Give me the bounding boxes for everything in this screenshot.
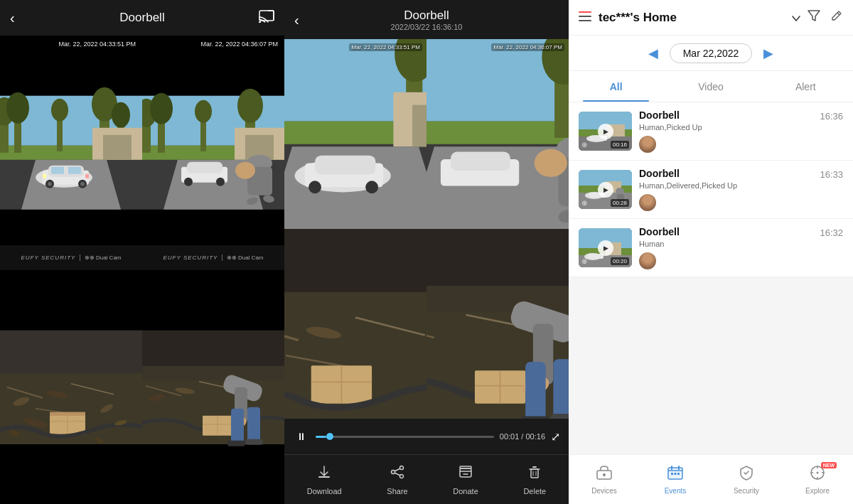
svg-point-188 — [603, 473, 606, 476]
svg-rect-46 — [187, 162, 222, 173]
svg-rect-87 — [245, 439, 263, 444]
donate-icon — [458, 464, 473, 484]
mid-video-grid: Mar. 22, 2022 04:33:51 PM — [284, 39, 569, 419]
tab-alert[interactable]: Alert — [758, 71, 853, 102]
event-tags-2: Human,Delivered,Picked Up — [639, 181, 812, 190]
left-header: ‹ Doorbell — [0, 0, 284, 36]
svg-rect-143 — [553, 359, 569, 419]
delete-button[interactable]: Delete — [523, 464, 546, 495]
video-cell-top-left[interactable]: Mar. 22, 2022 04:33:51 PM eufy SECURITY … — [0, 36, 142, 270]
filter-icon[interactable] — [808, 9, 820, 26]
event-title-2: Doorbell — [639, 168, 812, 179]
svg-rect-193 — [671, 473, 673, 475]
event-time-3: 16:32 — [820, 227, 843, 238]
svg-point-37 — [150, 93, 173, 124]
event-thumbnail-3: ▶ ⊕ 00:20 — [579, 228, 632, 267]
mid-header: ‹ Doorbell 2022/03/22 16:36:10 — [284, 0, 569, 39]
svg-rect-29 — [43, 174, 46, 178]
home-title: tec***'s Home — [599, 11, 785, 25]
mid-ts-tr: Mar. 22, 2022 04:36:07 PM — [491, 43, 564, 51]
devices-icon — [596, 465, 613, 485]
video-cell-bottom-left[interactable] — [0, 270, 142, 505]
event-thumbnail-2: ▶ ⊕ 00:28 — [579, 170, 632, 209]
left-panel: ‹ Doorbell — [0, 0, 284, 504]
progress-bar[interactable] — [316, 436, 494, 438]
download-button[interactable]: Download — [307, 464, 342, 495]
event-avatar-3 — [639, 252, 656, 269]
hamburger-icon[interactable] — [579, 11, 591, 23]
mid-video-br[interactable] — [426, 229, 569, 419]
event-item-2[interactable]: ▶ ⊕ 00:28 Doorbell Human,Delivered,Picke… — [569, 161, 853, 219]
event-avatar-1 — [639, 136, 656, 153]
donate-label: Donate — [453, 487, 478, 495]
mid-video-tl[interactable]: Mar. 22, 2022 04:33:51 PM — [284, 39, 426, 229]
svg-rect-86 — [227, 440, 245, 446]
svg-rect-84 — [231, 408, 244, 444]
event-title-3: Doorbell — [639, 226, 812, 237]
svg-line-151 — [395, 473, 400, 476]
donate-button[interactable]: Donate — [453, 464, 478, 495]
svg-rect-107 — [426, 122, 569, 144]
next-date-button[interactable]: ▶ — [763, 45, 773, 61]
svg-rect-114 — [451, 151, 510, 171]
play-icon-2: ▶ — [598, 182, 613, 198]
mid-video-bl[interactable] — [284, 229, 426, 419]
svg-rect-159 — [579, 11, 591, 13]
svg-rect-0 — [259, 11, 274, 21]
svg-rect-161 — [579, 20, 591, 21]
video-controls: ⏸ 00:01 / 00:16 ⤢ — [284, 419, 569, 454]
nav-security[interactable]: Security — [721, 465, 771, 495]
svg-point-178 — [616, 188, 624, 195]
camera-icon-2: ⊕ — [581, 199, 587, 207]
svg-rect-153 — [460, 466, 471, 468]
event-info-3: Doorbell Human — [639, 226, 812, 269]
svg-point-1 — [259, 21, 261, 23]
tabs-row: All Video Alert — [569, 71, 853, 102]
tab-video[interactable]: Video — [663, 71, 758, 102]
mid-video-tr[interactable]: Mar. 22, 2022 04:36:07 PM — [426, 39, 569, 229]
mid-ts-tl: Mar. 22, 2022 04:33:51 PM — [349, 43, 422, 51]
duration-3: 00:20 — [611, 257, 629, 265]
svg-marker-162 — [808, 11, 820, 21]
event-time-2: 16:33 — [820, 169, 843, 180]
nav-events[interactable]: Events — [650, 465, 700, 495]
nav-devices[interactable]: Devices — [579, 465, 629, 495]
share-icon — [390, 464, 405, 484]
new-badge: NEW — [821, 462, 837, 468]
events-label: Events — [665, 487, 687, 495]
edit-icon[interactable] — [830, 9, 843, 26]
event-avatar-2 — [639, 194, 656, 211]
svg-point-10 — [6, 92, 29, 124]
event-item-3[interactable]: ▶ ⊕ 00:20 Doorbell Human 16:32 — [569, 219, 853, 277]
share-button[interactable]: Share — [387, 464, 407, 495]
svg-point-41 — [195, 100, 212, 123]
hamburger-container — [579, 11, 591, 24]
video-cell-top-right[interactable]: Mar. 22, 2022 04:36:07 PM eufy SECURITY … — [142, 36, 284, 270]
svg-point-197 — [817, 471, 819, 473]
fullscreen-button[interactable]: ⤢ — [551, 430, 560, 444]
mid-back-button[interactable]: ‹ — [294, 11, 299, 28]
date-nav: ◀ Mar 22,2022 ▶ — [569, 36, 853, 71]
svg-point-39 — [237, 89, 263, 123]
prev-date-button[interactable]: ◀ — [648, 45, 658, 61]
svg-rect-144 — [520, 416, 549, 419]
dropdown-icon[interactable] — [792, 12, 800, 23]
video-cell-bottom-right[interactable] — [142, 270, 284, 505]
timestamp-tl: Mar. 22, 2022 04:33:51 PM — [56, 40, 138, 48]
mid-title: Doorbell — [404, 9, 449, 23]
date-display: Mar 22,2022 — [670, 43, 753, 63]
timestamp-tr: Mar. 22, 2022 04:36:07 PM — [198, 40, 280, 48]
cast-icon[interactable] — [259, 10, 274, 26]
devices-label: Devices — [591, 487, 617, 495]
event-info-2: Doorbell Human,Delivered,Picked Up — [639, 168, 812, 211]
event-item[interactable]: ▶ ⊕ 00:16 Doorbell Human,Picked Up 16:36 — [569, 102, 853, 161]
event-time-1: 16:36 — [820, 111, 843, 122]
tab-all[interactable]: All — [569, 71, 663, 102]
svg-rect-85 — [247, 407, 260, 444]
event-tags-1: Human,Picked Up — [639, 123, 812, 132]
play-pause-button[interactable]: ⏸ — [293, 428, 310, 445]
left-back-button[interactable]: ‹ — [10, 10, 15, 26]
nav-explore[interactable]: NEW Explore — [793, 465, 842, 495]
svg-rect-23 — [51, 167, 64, 174]
svg-rect-146 — [318, 476, 330, 478]
